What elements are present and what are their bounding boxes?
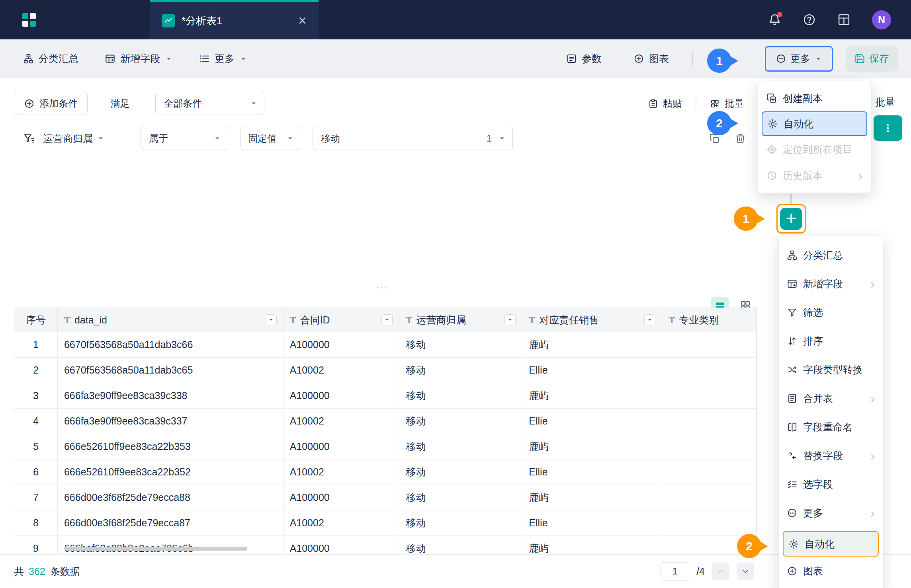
save-button[interactable]: 保存 — [846, 46, 898, 72]
table-row[interactable]: 8666d00e3f68f25de79ecca87A10002移动Ellie — [14, 510, 757, 535]
collapsed-indicator[interactable]: ... — [183, 279, 581, 291]
menu-item[interactable]: 替换字段› — [779, 441, 883, 470]
more-menu-button[interactable]: 更多 — [765, 46, 833, 72]
table-row[interactable]: 7666d00e3f68f25de79ecca88A100000移动鹿屿 — [14, 485, 757, 510]
menu-item[interactable]: 更多› — [779, 498, 883, 527]
divider — [696, 97, 696, 109]
table-row[interactable]: 4666fa3e90ff9ee83ca39c337A10002移动Ellie — [14, 408, 757, 434]
operator-select[interactable]: 属于 — [141, 127, 228, 150]
prev-page-button[interactable] — [712, 563, 729, 580]
divider — [692, 52, 693, 66]
batch-actions-button[interactable] — [874, 115, 902, 141]
chevron-down-icon — [213, 134, 221, 142]
menu-item-label: 历史版本 — [783, 169, 823, 182]
column-header[interactable]: T运营商归属 — [399, 308, 522, 332]
table-cell: A100000 — [283, 332, 400, 357]
menu-item[interactable]: 选字段 — [779, 470, 883, 498]
annotation-step-1-blue: 1 — [707, 49, 731, 73]
gear-icon — [788, 539, 799, 549]
paste-button[interactable]: 粘贴 — [648, 97, 682, 110]
table-cell: 5 — [14, 434, 58, 459]
table-cell: A100000 — [283, 383, 400, 408]
column-menu-button[interactable] — [504, 314, 516, 325]
column-header[interactable]: T专业类别 — [662, 308, 757, 332]
value-select[interactable]: 移动 1 — [313, 127, 513, 150]
page-total: /4 — [696, 566, 705, 577]
group-summary-button[interactable]: 分类汇总 — [23, 52, 78, 65]
select-fields-icon — [787, 479, 798, 490]
replace-icon — [787, 450, 798, 461]
new-field-button[interactable]: 新增字段 — [105, 52, 173, 65]
page-input[interactable] — [661, 562, 689, 580]
add-step-button[interactable]: + — [780, 208, 802, 230]
apps-layout-icon[interactable] — [837, 13, 850, 26]
chevron-right-icon: › — [870, 277, 875, 290]
chevron-down-icon — [286, 134, 294, 142]
menu-item-label: 新增字段 — [803, 277, 843, 290]
column-menu-button[interactable] — [266, 314, 277, 325]
delete-condition-icon[interactable] — [735, 133, 746, 144]
filter-sort-icon[interactable] — [23, 132, 35, 144]
tab-analysis-sheet[interactable]: *分析表1 × — [150, 0, 319, 39]
match-mode-select[interactable]: 全部条件 — [155, 92, 264, 115]
column-header[interactable]: 序号 — [14, 308, 58, 332]
column-header[interactable]: T合同ID — [283, 308, 400, 332]
more-tools-button[interactable]: 更多 — [199, 52, 247, 65]
help-icon[interactable] — [803, 13, 816, 26]
tab-close-icon[interactable]: × — [298, 14, 307, 28]
batch-button[interactable]: 批量 — [710, 97, 744, 110]
menu-item[interactable]: 自动化 — [762, 111, 867, 136]
menu-item[interactable]: 新增字段› — [779, 269, 883, 298]
horizontal-scrollbar[interactable] — [64, 547, 247, 551]
target-icon — [766, 144, 777, 155]
column-header[interactable]: T对应责任销售 — [522, 308, 662, 332]
menu-item[interactable]: 自动化 — [783, 531, 879, 557]
chevron-down-icon — [165, 55, 173, 63]
notifications-bell-icon[interactable] — [768, 13, 781, 26]
menu-item[interactable]: 筛选 — [779, 298, 883, 327]
table-cell: 666d00e3f68f25de79ecca88 — [58, 485, 283, 510]
menu-item-label: 定位到所在项目 — [783, 143, 852, 156]
params-button[interactable]: 参数 — [566, 52, 602, 65]
more-tools-label: 更多 — [215, 52, 235, 65]
table-row[interactable]: 6666e52610ff9ee83ca22b352A10002移动Ellie — [14, 459, 757, 485]
table-cell — [662, 485, 757, 510]
menu-item[interactable]: 合并表› — [779, 384, 883, 413]
menu-item[interactable]: 图表 — [779, 557, 883, 585]
column-menu-button[interactable] — [381, 314, 393, 325]
more-circle-icon — [787, 508, 798, 518]
menu-item[interactable]: 字段重命名 — [779, 413, 883, 441]
value-type-select[interactable]: 固定值 — [240, 127, 300, 150]
table-row[interactable]: 26670f563568a50a11dab3c65A10002移动Ellie — [14, 357, 757, 383]
shuffle-icon — [787, 364, 798, 375]
table-row[interactable]: 16670f563568a50a11dab3c66A100000移动鹿屿 — [14, 332, 757, 357]
menu-item[interactable]: 分类汇总 — [779, 241, 883, 269]
avatar[interactable]: N — [872, 10, 891, 29]
annotation-step-1-orange: 1 — [734, 206, 758, 231]
chart-plus-icon — [633, 53, 644, 64]
next-page-button[interactable] — [737, 563, 754, 580]
menu-item[interactable]: 字段类型转换 — [779, 355, 883, 384]
table-cell — [662, 459, 757, 485]
field-type-icon: T — [669, 315, 675, 325]
side-batch-label[interactable]: 批量 — [875, 95, 895, 109]
total-prefix: 共 — [14, 565, 24, 578]
menu-item[interactable]: 排序 — [779, 327, 883, 355]
chevron-right-icon: › — [870, 449, 875, 462]
field-type-icon: T — [529, 315, 535, 325]
table-row[interactable]: 3666fa3e90ff9ee83ca39c338A100000移动鹿屿 — [14, 383, 757, 408]
chevron-right-icon: › — [870, 391, 875, 405]
table-row[interactable]: 5666e52610ff9ee83ca22b353A100000移动鹿屿 — [14, 434, 757, 459]
app-logo-icon[interactable] — [20, 11, 38, 29]
column-header[interactable]: Tdata_id — [58, 308, 283, 332]
add-condition-button[interactable]: 添加条件 — [14, 92, 88, 115]
menu-item[interactable]: 创建副本 — [758, 85, 871, 111]
condition-field-label[interactable]: 运营商归属 — [43, 132, 93, 145]
table-cell: 鹿屿 — [522, 485, 662, 510]
table-cell — [662, 358, 757, 383]
menu-item-label: 替换字段 — [803, 449, 843, 462]
total-suffix: 条数据 — [50, 565, 80, 578]
chart-button[interactable]: 图表 — [633, 52, 669, 65]
menu-item-label: 选字段 — [803, 478, 833, 491]
column-menu-button[interactable] — [644, 314, 655, 325]
